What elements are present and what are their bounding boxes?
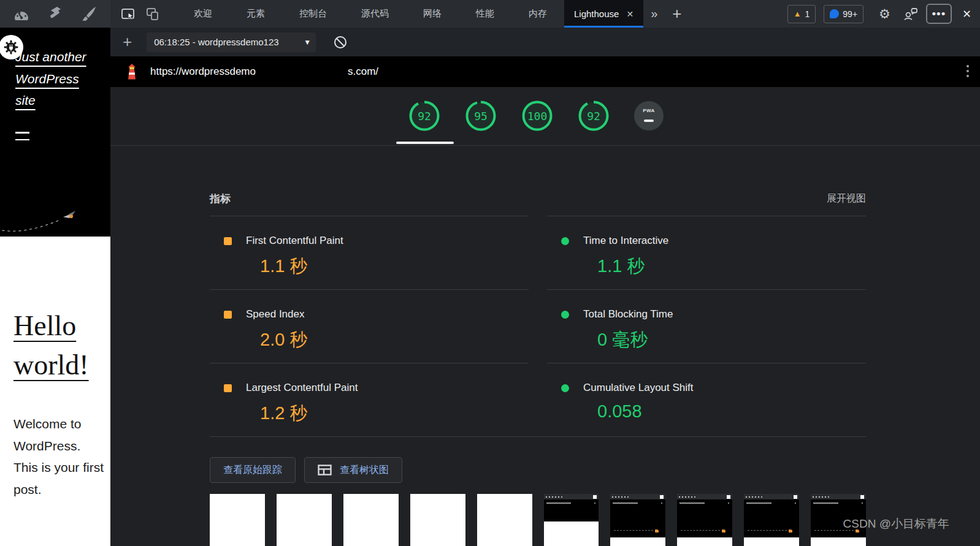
- filmstrip-frame: [477, 494, 532, 546]
- metric-good-circle-icon: [561, 384, 569, 392]
- feedback-person-icon[interactable]: [903, 7, 918, 21]
- tab-console[interactable]: 控制台: [282, 0, 344, 28]
- warnings-badge[interactable]: ▲ 1: [787, 5, 816, 23]
- hammer-icon[interactable]: [46, 6, 64, 23]
- view-treemap-button[interactable]: 查看树状图: [304, 457, 402, 483]
- tab-memory[interactable]: 内存: [511, 0, 564, 28]
- metric-largest-contentful-paint: Largest Contentful Paint 1.2 秒: [210, 363, 529, 436]
- metric-name: Cumulative Layout Shift: [583, 382, 694, 394]
- messages-badge[interactable]: 99+: [824, 5, 863, 23]
- filmstrip-frame: [610, 494, 665, 546]
- lighthouse-panel: + 06:18:25 - wordpressdemo123 ▼ https://…: [110, 28, 980, 546]
- metrics-grid: First Contentful Paint 1.1 秒 Time to Int…: [210, 216, 866, 437]
- new-devtools-tab-icon[interactable]: +: [665, 0, 689, 28]
- speedometer-icon[interactable]: [12, 6, 31, 23]
- metric-average-square-icon: [224, 384, 232, 392]
- tab-sources[interactable]: 源代码: [344, 0, 406, 28]
- close-devtools-icon[interactable]: ✕: [960, 7, 974, 21]
- warning-triangle-icon: ▲: [794, 9, 802, 18]
- metric-name: Speed Index: [246, 308, 304, 320]
- score-value: 92: [578, 100, 610, 132]
- tab-elements[interactable]: 元素: [229, 0, 282, 28]
- clear-reports-icon[interactable]: [333, 35, 348, 50]
- site-content: Hello world! Welcome to WordPress. This …: [0, 237, 110, 546]
- report-kebab-menu-icon[interactable]: [967, 65, 969, 77]
- score-gauge-performance[interactable]: 92: [408, 100, 440, 132]
- report-content: 指标 展开视图 First Contentful Paint 1.1 秒 Tim…: [210, 146, 866, 546]
- score-gauge-accessibility[interactable]: 95: [465, 100, 497, 132]
- metric-name: Time to Interactive: [583, 235, 668, 247]
- metric-speed-index: Speed Index 2.0 秒: [210, 289, 529, 363]
- message-count: 99+: [843, 9, 857, 19]
- metrics-section-title: 指标: [210, 192, 231, 206]
- devtools-topbar: 欢迎 元素 控制台 源代码 网络 性能 内存 Lighthouse ✕ » + …: [0, 0, 980, 28]
- metric-name: First Contentful Paint: [246, 235, 343, 247]
- metric-average-square-icon: [224, 237, 232, 245]
- post-excerpt: Welcome to WordPress. This is your first…: [13, 413, 105, 500]
- post-title-link[interactable]: Hello world!: [13, 306, 92, 385]
- view-original-trace-button[interactable]: 查看原始跟踪: [210, 457, 296, 483]
- filmstrip-frame: [343, 494, 399, 546]
- filmstrip-frame: [744, 494, 799, 546]
- report-toolbar: + 06:18:25 - wordpressdemo123 ▼: [110, 28, 980, 56]
- settings-gear-icon[interactable]: ⚙: [879, 7, 890, 21]
- devtools-topbar-controls: ▲ 1 99+ ⚙ ••• ✕: [787, 0, 974, 28]
- filmstrip: [210, 494, 866, 546]
- inspect-element-icon[interactable]: [118, 0, 139, 28]
- report-url-bar: https://wordpressdemo s.com/: [110, 56, 980, 87]
- view-treemap-label: 查看树状图: [340, 464, 389, 477]
- selected-category-underline: [396, 142, 454, 144]
- new-report-icon[interactable]: +: [123, 32, 132, 51]
- report-selector-dropdown[interactable]: 06:18:25 - wordpressdemo123 ▼: [147, 32, 316, 52]
- treemap-icon: [318, 464, 332, 476]
- metric-good-circle-icon: [561, 311, 569, 319]
- paintbrush-icon[interactable]: [80, 6, 98, 23]
- pwa-dash-icon: [644, 119, 654, 122]
- site-menu-icon[interactable]: [15, 132, 29, 146]
- tab-close-icon[interactable]: ✕: [626, 9, 634, 19]
- tab-performance[interactable]: 性能: [459, 0, 511, 28]
- more-tabs-icon[interactable]: »: [643, 0, 665, 28]
- url-suffix: s.com/: [348, 66, 378, 78]
- filmstrip-frame: [544, 494, 599, 546]
- view-trace-label: 查看原始跟踪: [223, 464, 282, 477]
- chevron-down-icon: ▼: [304, 38, 311, 47]
- pwa-label: PWA: [634, 108, 664, 113]
- devtools-tabstrip: 欢迎 元素 控制台 源代码 网络 性能 内存 Lighthouse ✕ » +: [110, 0, 689, 28]
- filmstrip-frame: [410, 494, 465, 546]
- report-url-link[interactable]: https://wordpressdemo s.com/: [150, 66, 378, 78]
- metric-value: 0.058: [597, 401, 866, 422]
- score-gauge-seo[interactable]: 92: [578, 100, 610, 132]
- expand-view-toggle[interactable]: 展开视图: [827, 192, 866, 205]
- score-gauge-best-practices[interactable]: 100: [521, 100, 553, 132]
- metric-name: Largest Contentful Paint: [246, 382, 358, 394]
- bird-illustration: [0, 201, 92, 235]
- tab-network[interactable]: 网络: [406, 0, 459, 28]
- metric-good-circle-icon: [561, 237, 569, 245]
- metric-value: 1.1 秒: [260, 254, 529, 279]
- url-redacted-gap: [256, 66, 348, 78]
- csdn-watermark: CSDN @小目标青年: [843, 516, 949, 532]
- metric-cumulative-layout-shift: Cumulative Layout Shift 0.058: [547, 363, 866, 436]
- metric-name: Total Blocking Time: [583, 308, 673, 320]
- warning-count: 1: [805, 9, 810, 19]
- score-value: 95: [465, 100, 497, 132]
- tab-welcome[interactable]: 欢迎: [177, 0, 229, 28]
- metric-value: 1.1 秒: [597, 254, 866, 279]
- pwa-badge[interactable]: PWA: [634, 101, 664, 131]
- device-toolbar-icon[interactable]: [142, 0, 163, 28]
- score-summary: 92 95 100 92 PWA: [110, 87, 980, 146]
- lighthouse-icon: [126, 63, 138, 80]
- metric-average-square-icon: [224, 311, 232, 319]
- more-options-icon[interactable]: •••: [926, 4, 952, 24]
- filmstrip-frame: [277, 494, 332, 546]
- score-value: 92: [408, 100, 440, 132]
- browser-extension-strip: [0, 0, 110, 28]
- url-prefix: https://wordpressdemo: [150, 66, 256, 78]
- metric-value: 0 毫秒: [597, 328, 866, 352]
- tab-lighthouse[interactable]: Lighthouse ✕: [564, 0, 643, 28]
- metric-value: 1.2 秒: [260, 401, 529, 426]
- site-header: Just another WordPress site: [0, 28, 110, 237]
- site-tagline-link[interactable]: Just another WordPress site: [15, 46, 98, 112]
- screen: 欢迎 元素 控制台 源代码 网络 性能 内存 Lighthouse ✕ » + …: [0, 0, 980, 546]
